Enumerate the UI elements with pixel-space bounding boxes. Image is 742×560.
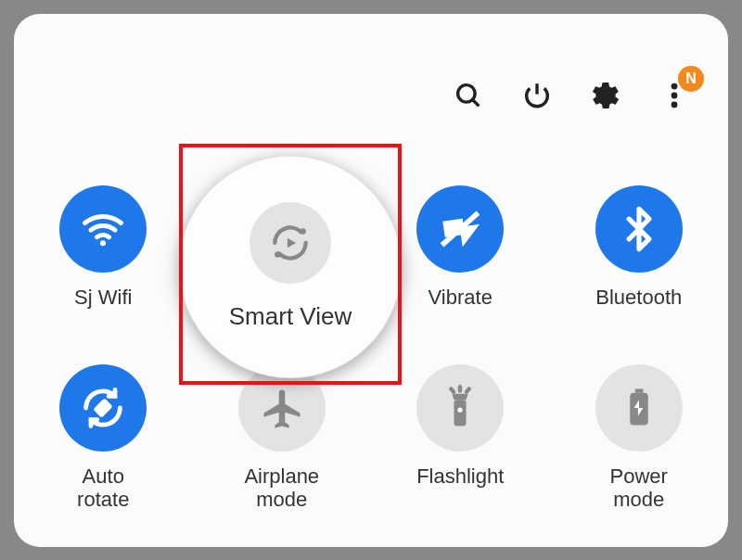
bluetooth-icon: [595, 185, 683, 273]
svg-point-18: [300, 228, 306, 235]
search-icon[interactable]: [452, 79, 485, 112]
gear-icon[interactable]: [589, 79, 622, 112]
tile-flashlight[interactable]: Flashlight: [386, 364, 534, 512]
svg-rect-11: [454, 400, 467, 426]
flashlight-icon: [416, 364, 504, 452]
svg-line-13: [452, 388, 454, 391]
tile-label: Power mode: [610, 465, 668, 512]
tile-label: Vibrate: [429, 286, 493, 309]
tile-powermode[interactable]: Power mode: [565, 364, 713, 512]
more-icon[interactable]: N: [658, 79, 691, 112]
svg-point-19: [275, 251, 281, 258]
notification-badge: N: [678, 66, 704, 92]
svg-point-2: [672, 83, 678, 89]
svg-rect-17: [634, 388, 643, 392]
toolbar: N: [452, 79, 691, 112]
tile-label: Auto rotate: [77, 465, 129, 512]
powermode-icon: [595, 364, 683, 452]
wifi-icon: [59, 185, 147, 273]
tile-label: Bluetooth: [595, 286, 682, 309]
tile-autorotate[interactable]: Auto rotate: [29, 364, 177, 512]
power-icon[interactable]: [520, 79, 554, 112]
quick-settings-panel: N Sj WifiSmart ViewVibrateBluetoothAuto …: [14, 14, 728, 547]
tile-label: Flashlight: [416, 465, 504, 488]
tile-label: Airplane mode: [244, 465, 319, 512]
lens-tile-circle: [249, 202, 331, 284]
tile-wifi[interactable]: Sj Wifi: [29, 185, 177, 309]
zoom-lens: Smart View: [179, 156, 402, 378]
svg-point-15: [458, 407, 463, 412]
tile-label: Sj Wifi: [74, 286, 132, 309]
svg-rect-10: [94, 398, 113, 417]
lens-tile-label: Smart View: [229, 302, 352, 331]
tile-vibrate[interactable]: Vibrate: [386, 185, 534, 309]
svg-marker-20: [288, 238, 296, 248]
svg-point-4: [672, 101, 678, 108]
tile-bluetooth[interactable]: Bluetooth: [565, 185, 713, 309]
svg-point-5: [100, 240, 106, 246]
svg-point-3: [672, 92, 678, 98]
autorotate-icon: [59, 364, 147, 452]
svg-line-14: [467, 388, 469, 391]
svg-point-0: [458, 84, 475, 101]
tile-airplane[interactable]: Airplane mode: [208, 364, 356, 512]
vibrate-icon: [416, 185, 504, 273]
svg-line-1: [473, 99, 480, 106]
